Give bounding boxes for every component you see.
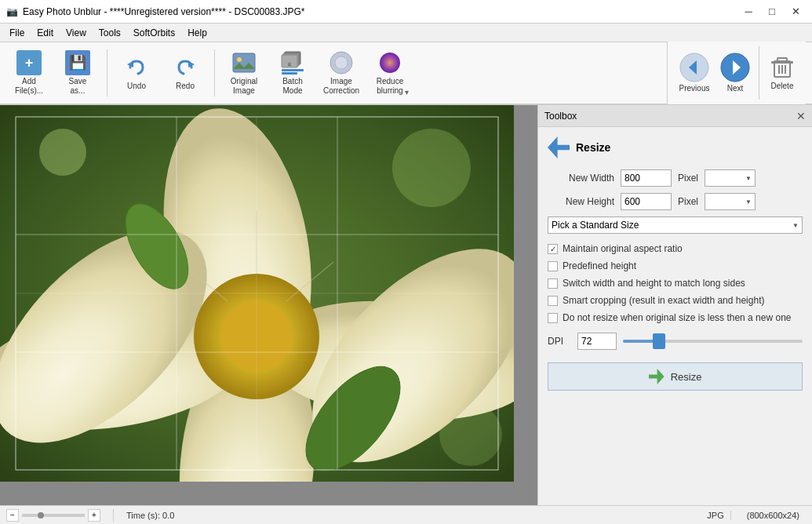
checkbox-row-4: Do not resize when original size is less… <box>548 312 803 323</box>
svg-point-25 <box>392 129 471 207</box>
resize-btn-icon <box>649 369 665 384</box>
undo-label: Undo <box>127 82 146 91</box>
menu-bar: File Edit View Tools SoftOrbits Help <box>0 24 812 42</box>
zoom-controls: − + <box>6 509 100 522</box>
original-image-label: Original Image <box>231 77 257 96</box>
height-unit-dropdown-arrow: ▼ <box>745 198 752 206</box>
no-resize-checkbox[interactable] <box>548 313 558 323</box>
toolbar: + Add File(s)... 💾 Save as... Undo Redo … <box>0 42 812 105</box>
smart-cropping-checkbox[interactable] <box>548 296 558 306</box>
toolbox-title: Toolbox <box>544 111 577 122</box>
standard-size-row: Pick a Standard Size ▼ <box>548 217 803 234</box>
height-unit-dropdown[interactable]: ▼ <box>705 193 756 210</box>
image-correction-button[interactable]: Image Correction <box>319 45 364 100</box>
new-height-row: New Height Pixel ▼ <box>548 193 803 210</box>
svg-rect-9 <box>282 72 297 75</box>
original-image-button[interactable]: Original Image <box>221 45 267 100</box>
menu-edit[interactable]: Edit <box>31 26 60 40</box>
minimize-button[interactable]: ─ <box>738 4 759 20</box>
resize-execute-button[interactable]: Resize <box>548 362 803 391</box>
menu-tools[interactable]: Tools <box>93 26 127 40</box>
image-correction-label: Image Correction <box>323 77 359 96</box>
add-files-label: Add File(s)... <box>15 77 43 96</box>
original-image-icon <box>231 50 257 75</box>
batch-mode-label: Batch Mode <box>282 77 303 96</box>
previous-button[interactable]: Previous <box>674 45 715 100</box>
dpi-slider-track[interactable] <box>623 340 803 343</box>
reduce-blurring-label: Reduce blurring <box>377 77 403 96</box>
new-height-input[interactable] <box>621 193 672 210</box>
zoom-out-button[interactable]: − <box>6 509 19 522</box>
image-correction-icon <box>329 50 354 75</box>
zoom-in-button[interactable]: + <box>88 509 100 522</box>
svg-text:≡: ≡ <box>288 61 292 68</box>
save-as-icon: 💾 <box>65 50 90 75</box>
predefined-height-label: Predefined height <box>563 260 636 271</box>
undo-icon <box>124 55 149 80</box>
image-canvas <box>0 105 514 482</box>
app-icon: 📷 <box>6 6 18 17</box>
maintain-ratio-checkbox[interactable] <box>548 244 558 254</box>
toolbar-separator-2 <box>214 49 215 96</box>
checkbox-row-1: Predefined height <box>548 260 803 271</box>
standard-size-arrow: ▼ <box>792 222 799 229</box>
new-width-label: New Width <box>548 173 614 184</box>
redo-button[interactable]: Redo <box>162 45 208 100</box>
svg-point-11 <box>335 56 348 69</box>
redo-label: Redo <box>176 82 195 91</box>
add-files-icon: + <box>16 50 42 75</box>
menu-view[interactable]: View <box>60 26 93 40</box>
window-title: Easy Photo Unblur - ****Unregistered ver… <box>23 6 305 17</box>
format-indicator: JPG <box>701 511 730 520</box>
checkbox-row-3: Smart cropping (result in exact width an… <box>548 295 803 306</box>
image-area[interactable] <box>0 105 537 505</box>
checkbox-row-0: Maintain original aspect ratio <box>548 243 803 254</box>
standard-size-select[interactable]: Pick a Standard Size ▼ <box>548 217 803 234</box>
svg-rect-2 <box>233 53 255 72</box>
smart-cropping-label: Smart cropping (result in exact width an… <box>563 295 764 306</box>
next-icon <box>720 53 750 82</box>
resize-title: Resize <box>576 141 610 154</box>
svg-point-12 <box>380 53 400 73</box>
toolbox-close-button[interactable]: ✕ <box>796 110 806 122</box>
batch-mode-button[interactable]: ≡ Batch Mode <box>270 45 315 100</box>
close-button[interactable]: ✕ <box>785 4 806 20</box>
title-bar-controls: ─ □ ✕ <box>738 4 806 20</box>
dpi-input[interactable] <box>577 333 617 350</box>
switch-wh-label: Switch width and height to match long si… <box>563 278 745 289</box>
switch-wh-checkbox[interactable] <box>548 278 558 289</box>
toolbox-section: Resize New Width Pixel ▼ New Height Pixe… <box>538 127 812 400</box>
undo-button[interactable]: Undo <box>114 45 159 100</box>
time-label: Time (s): 0.0 <box>126 511 174 520</box>
reduce-blurring-button[interactable]: Reduce blurring ▾ <box>367 45 413 100</box>
batch-mode-icon: ≡ <box>280 50 305 75</box>
maximize-button[interactable]: □ <box>762 4 782 20</box>
delete-button[interactable]: Delete <box>759 45 799 100</box>
menu-file[interactable]: File <box>3 26 31 40</box>
status-bar: − + Time (s): 0.0 JPG (800x600x24) <box>0 505 812 524</box>
next-button[interactable]: Next <box>715 45 756 100</box>
dpi-label: DPI <box>548 336 571 347</box>
dpi-slider-thumb[interactable] <box>653 333 665 349</box>
add-files-button[interactable]: + Add File(s)... <box>6 45 52 100</box>
resize-btn-label: Resize <box>671 371 702 383</box>
dimensions-indicator: (800x600x24) <box>741 511 806 520</box>
new-width-unit: Pixel <box>678 173 698 184</box>
next-label: Next <box>727 84 744 93</box>
maintain-ratio-label: Maintain original aspect ratio <box>563 243 683 254</box>
menu-help[interactable]: Help <box>181 26 213 40</box>
resize-header: Resize <box>548 136 803 158</box>
save-as-button[interactable]: 💾 Save as... <box>55 45 100 100</box>
delete-icon <box>770 55 795 80</box>
main-content: Toolbox ✕ Resize New Width Pixel ▼ <box>0 105 812 505</box>
no-resize-label: Do not resize when original size is less… <box>563 312 792 323</box>
new-width-input[interactable] <box>621 169 672 187</box>
dpi-row: DPI <box>548 333 803 350</box>
toolbar-separator-1 <box>107 49 107 96</box>
menu-softorbits[interactable]: SoftOrbits <box>127 26 181 40</box>
width-unit-dropdown-arrow: ▼ <box>745 175 752 182</box>
title-bar-left: 📷 Easy Photo Unblur - ****Unregistered v… <box>6 6 305 17</box>
width-unit-dropdown[interactable]: ▼ <box>705 169 756 187</box>
predefined-height-checkbox[interactable] <box>548 261 558 271</box>
zoom-slider[interactable] <box>22 514 85 517</box>
